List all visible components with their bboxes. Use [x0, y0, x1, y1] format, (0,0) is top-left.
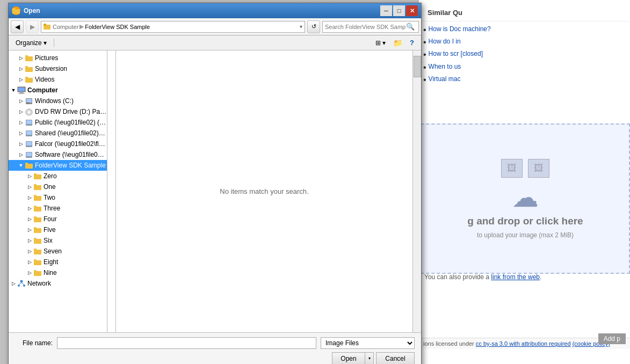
sq-item-5[interactable]: • Virtual mac: [419, 74, 630, 86]
tree-item-nine[interactable]: ▷ Nine: [9, 267, 107, 278]
web-link[interactable]: link from the web: [491, 273, 540, 281]
expander-five[interactable]: ▷: [26, 226, 33, 234]
svg-line-53: [19, 283, 21, 285]
expander-eight[interactable]: ▷: [26, 258, 33, 266]
tree-item-falcor[interactable]: ▷ Falcor (\\eug01file02\flow\Software) (…: [9, 139, 107, 149]
back-button[interactable]: ◀: [11, 20, 24, 33]
minimize-button[interactable]: ─: [380, 5, 392, 16]
sq-link-2[interactable]: How do I in: [429, 37, 461, 46]
search-box[interactable]: 🔍: [322, 21, 419, 33]
upload-drop-area[interactable]: 🖼 🖼 ☁ g and drop or click here to upload…: [421, 123, 630, 274]
expander-folderview-sdk[interactable]: ▼: [17, 162, 25, 169]
open-dialog: Open ─ □ ✕ ◀ ▶ Computer ▶ FolderView SDK…: [8, 3, 422, 364]
help-button[interactable]: ?: [407, 37, 417, 49]
path-dropdown-arrow[interactable]: ▾: [300, 24, 302, 30]
views-button[interactable]: ⊞ ▾: [373, 37, 388, 49]
expander-six[interactable]: ▷: [26, 237, 33, 244]
expander-videos[interactable]: ▷: [17, 76, 25, 83]
sq-link-1[interactable]: How is Doc machine?: [429, 25, 491, 34]
expander-shared[interactable]: ▷: [17, 129, 25, 137]
tree-label-six: Six: [44, 237, 107, 244]
tree-item-five[interactable]: ▷ Five: [9, 224, 107, 235]
tree-item-dvd[interactable]: ▷ DVD RW Drive (D:) Parted Magic 2016_04…: [9, 106, 107, 117]
expander-zero[interactable]: ▷: [26, 172, 33, 180]
svg-rect-9: [25, 77, 28, 79]
file-name-input[interactable]: [57, 337, 316, 349]
tree-item-videos[interactable]: ▷ Videos: [9, 74, 107, 85]
sq-link-3[interactable]: How to scr [closed]: [429, 49, 483, 59]
open-button-label: Open: [332, 355, 365, 362]
path-sep-1: ▶: [79, 23, 84, 30]
expander-pictures[interactable]: ▷: [17, 54, 25, 62]
svg-rect-41: [34, 227, 37, 229]
expander-dvd[interactable]: ▷: [17, 108, 25, 115]
expander-seven[interactable]: ▷: [26, 247, 33, 255]
expander-software[interactable]: ▷: [17, 151, 25, 158]
tree-label-three: Three: [44, 205, 107, 212]
open-button-dropdown-arrow[interactable]: ▾: [365, 353, 373, 364]
expander-two[interactable]: ▷: [26, 194, 33, 201]
sq-item-1[interactable]: • How is Doc machine?: [419, 24, 630, 36]
expander-four[interactable]: ▷: [26, 215, 33, 223]
net-drive-icon-shared: [25, 129, 33, 137]
file-controls: File name: Image Files Open ▾ Cancel: [9, 332, 421, 364]
sq-item-3[interactable]: • How to scr [closed]: [419, 48, 630, 61]
tree-item-software[interactable]: ▷ Software (\\eug01file02\flow) (Z:): [9, 149, 107, 160]
sq-bullet-5: •: [423, 75, 426, 85]
tree-item-pictures[interactable]: ▷ Pictures: [9, 53, 107, 63]
search-icon[interactable]: 🔍: [405, 22, 415, 32]
add-photo-button[interactable]: Add p: [598, 333, 626, 344]
expander-network[interactable]: ▷: [10, 280, 17, 287]
tree-item-public[interactable]: ▷ Public (\\eug01file02) (P:): [9, 117, 107, 128]
tree-item-subversion[interactable]: ▷ Subversion: [9, 63, 107, 74]
tree-item-eight[interactable]: ▷ Eight: [9, 257, 107, 267]
file-list[interactable]: No items match your search.: [116, 50, 412, 332]
sq-item-2[interactable]: • How do I in: [419, 36, 630, 48]
expander-subversion[interactable]: ▷: [17, 65, 25, 72]
svg-rect-25: [26, 142, 32, 145]
maximize-button[interactable]: □: [393, 5, 405, 16]
tree-item-three[interactable]: ▷ Three: [9, 203, 107, 214]
sq-link-5[interactable]: Virtual mac: [429, 75, 461, 84]
tree-item-network[interactable]: ▷ Network: [9, 278, 107, 289]
expander-nine[interactable]: ▷: [26, 269, 33, 276]
tree-item-zero[interactable]: ▷ Zero: [9, 171, 107, 181]
expander-computer[interactable]: ▼: [10, 86, 17, 94]
new-folder-button[interactable]: 📁: [390, 37, 405, 49]
cc-link[interactable]: cc by-sa 3.0 with attribution required: [476, 340, 571, 347]
svg-rect-37: [34, 206, 37, 208]
tree-item-shared[interactable]: ▷ Shared (\\eug01file02) (S:): [9, 128, 107, 139]
nav-tree[interactable]: ▷ Pictures ▷ Subversion ▷: [9, 50, 107, 332]
forward-button[interactable]: ▶: [26, 20, 39, 33]
open-button[interactable]: Open ▾: [332, 352, 374, 364]
license-text: ions licensed under cc by-sa 3.0 with at…: [423, 340, 610, 347]
expander-falcor[interactable]: ▷: [17, 140, 25, 148]
tree-label-folderview-sdk: FolderView SDK Sample: [35, 162, 107, 169]
scrollbar-thumb[interactable]: [414, 56, 421, 77]
expander-windows-c[interactable]: ▷: [17, 97, 25, 105]
close-button[interactable]: ✕: [406, 5, 418, 16]
folder-icon-two: [33, 193, 42, 202]
tree-item-two[interactable]: ▷ Two: [9, 192, 107, 203]
sq-item-4[interactable]: • When to us: [419, 61, 630, 74]
tree-item-six[interactable]: ▷ Six: [9, 235, 107, 246]
tree-item-folderview-sdk[interactable]: ▼ FolderView SDK Sample: [9, 160, 107, 171]
tree-label-nine: Nine: [44, 269, 107, 276]
expander-public[interactable]: ▷: [17, 119, 25, 126]
cancel-button[interactable]: Cancel: [376, 352, 415, 364]
search-input[interactable]: [325, 24, 405, 30]
tree-item-one[interactable]: ▷ One: [9, 181, 107, 192]
tree-item-seven[interactable]: ▷ Seven: [9, 246, 107, 257]
address-path[interactable]: Computer ▶ FolderView SDK Sample ▾: [41, 21, 305, 33]
refresh-button[interactable]: ↺: [307, 20, 320, 33]
sq-link-4[interactable]: When to us: [429, 62, 461, 71]
tree-item-windows-c[interactable]: ▷ C: Windows (C:): [9, 96, 107, 106]
file-list-scrollbar[interactable]: [412, 50, 421, 332]
tree-item-computer[interactable]: ▼ Computer: [9, 85, 107, 96]
tree-item-four[interactable]: ▷ Four: [9, 214, 107, 224]
expander-one[interactable]: ▷: [26, 183, 33, 191]
net-drive-icon-falcor: [25, 140, 33, 148]
file-type-select[interactable]: Image Files: [321, 337, 415, 349]
expander-three[interactable]: ▷: [26, 205, 33, 212]
organize-button[interactable]: Organize ▾: [13, 37, 49, 49]
